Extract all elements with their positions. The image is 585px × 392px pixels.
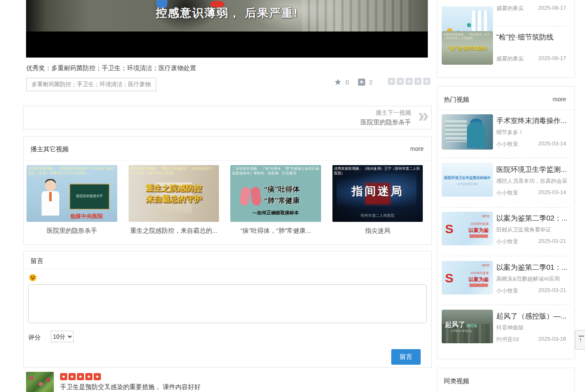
thumb-bottom-text: 郑州市第二人民医院 xyxy=(332,213,423,218)
thumb-main-text: 医院环境卫生学监测采样操作 xyxy=(442,176,493,181)
hot-video-date: 2025-03-21 xyxy=(538,287,567,293)
thumb-bottom-text: —如何正确留取痰标本 xyxy=(230,210,321,216)
sif-logo-s: S xyxy=(445,271,453,285)
next-chevron-icon[interactable]: » xyxy=(418,104,429,126)
hot-video-thumbnail[interactable]: 起风了 感控版 CRBSI零容忍 xyxy=(442,310,493,343)
recent-video-author[interactable]: 盛夏的果实 xyxy=(496,55,524,63)
hot-video-thumbnail[interactable]: S SIF控 2025系列直播 以案为鉴 xyxy=(442,212,493,245)
other-video-thumbnail[interactable]: 优秀奖获奖视频：《指尖迷局》王宁（郑州市第二人民医院） 指间迷局 郑州市第二人民… xyxy=(332,165,423,222)
thumb-sub-text: CRBSI零容忍 xyxy=(451,329,472,333)
hot-video-title[interactable]: 以案为鉴第二季01：... xyxy=(496,263,574,272)
other-video-thumbnail[interactable]: 优秀奖获奖视频：《医院里的隐形杀手》辛佳梅（焦作煤业（集团）有限责任公司中央医院… xyxy=(26,165,117,222)
other-video-thumbnail[interactable]: 优秀奖获奖视频：《重生之院感防控，来自霸总的守护》邹琳（遂宁市中心医院） 重生之… xyxy=(129,165,219,222)
divider xyxy=(442,158,570,158)
other-video-caption[interactable]: “痰”吐得体，“肺”常健康... xyxy=(230,227,321,235)
thumb-main-text: 起风了 xyxy=(445,321,465,329)
cartoon-doctor-tie xyxy=(49,192,52,201)
emoji-icon[interactable] xyxy=(29,274,37,282)
rating-star-icon[interactable] xyxy=(414,78,422,85)
thumb-bottom-text: 焦煤中央医院 xyxy=(56,213,117,220)
submit-comment-button[interactable]: 留言 xyxy=(391,349,421,365)
rating-star-icon[interactable] xyxy=(397,78,404,85)
recent-videos-box: 盛夏的果实 2025-08-17 优秀奖获奖视频：《指尖迷局》王宁（郑州市第二人… xyxy=(437,0,575,78)
rating-select[interactable]: 10分 xyxy=(51,331,74,342)
blackboard: 医院里的隐形杀手 xyxy=(69,184,110,210)
hot-video-author[interactable]: 小小牧童 xyxy=(496,189,518,197)
hot-video-title[interactable]: 手术室终末消毒操作... xyxy=(496,116,574,126)
rating-star-icon[interactable] xyxy=(388,78,395,85)
other-video-thumbnail[interactable]: 二等奖获奖视频：《“痰”吐得体，“肺”常健康之如何正确留取痰标本》李秋玲、程依琳… xyxy=(230,165,321,222)
thumb-top-text: 优秀奖获奖视频：《重生之院感防控，来自霸总的守护》邹琳（遂宁市中心医院） xyxy=(130,166,217,176)
video-player[interactable]: 控感意识薄弱， 后果严重! xyxy=(26,0,428,58)
other-videos-more-link[interactable]: more xyxy=(410,145,424,152)
hot-video-date: 2025-03-14 xyxy=(538,189,567,195)
similar-videos-title: 同类视频 xyxy=(444,377,469,385)
play-count: 2 xyxy=(369,79,372,86)
recent-video-author[interactable]: 盛夏的果实 xyxy=(496,5,524,12)
rating-star-icon[interactable] xyxy=(423,78,430,85)
commenter-avatar[interactable] xyxy=(26,372,54,392)
hot-video-date: 2025-03-16 xyxy=(538,336,567,342)
hot-video-date: 2025-03-14 xyxy=(538,140,567,147)
thumb-sub-text: 采样流程规范讲解 xyxy=(442,182,493,186)
thumb-sub-text: 感控版 xyxy=(466,323,477,329)
hot-video-author[interactable]: 小小牧童 xyxy=(496,238,518,245)
comment-input[interactable] xyxy=(28,284,427,323)
recent-video-date: 2025-08-17 xyxy=(538,55,567,61)
nurse-shape xyxy=(467,122,485,148)
hot-video-thumbnail[interactable]: S SIF控 2025系列直播 以案为鉴 xyxy=(442,261,493,295)
divider xyxy=(442,207,570,208)
thumb-main-text: 重生之院感防控 来自霸总的守护 xyxy=(129,183,219,205)
hot-video-author[interactable]: 约书亚03 xyxy=(496,336,519,343)
comment-star-icon xyxy=(85,373,92,380)
red-bar-shape xyxy=(469,234,488,238)
comment-star-icon xyxy=(77,373,84,380)
video-frame: 控感意识薄弱， 后果严重! xyxy=(26,0,428,32)
thumb-main-text: 指间迷局 xyxy=(332,184,423,199)
video-stats: ★ 0 2 xyxy=(328,78,431,88)
rating-stars[interactable] xyxy=(388,78,430,85)
comment-rating-stars xyxy=(60,373,101,380)
other-video-caption[interactable]: 指尖迷局 xyxy=(332,227,423,235)
rating-star-icon[interactable] xyxy=(406,78,413,85)
hot-video-title[interactable]: 以案为鉴第二季02：... xyxy=(496,213,574,223)
recent-video-title[interactable]: “检”控·细节筑防线 xyxy=(496,32,574,42)
hot-videos-box: 热门视频 more 手术室终末消毒操作... 细节多多！ 小小牧童 2025-0… xyxy=(437,86,575,359)
similar-videos-box: 同类视频 xyxy=(437,368,575,392)
divider xyxy=(24,160,431,160)
back-to-top-button[interactable]: ↑ xyxy=(575,330,585,350)
other-videos-title: 播主其它视频 xyxy=(31,145,69,153)
next-video-box[interactable]: 播主下一视频 医院里的隐形杀手 » xyxy=(23,106,432,129)
thumb-main-text: “检”控·细节筑防线 xyxy=(442,45,493,52)
arrow-up-icon: ↑ xyxy=(579,336,582,344)
favorite-star-icon[interactable]: ★ xyxy=(334,77,342,87)
next-video-label: 播主下一视频 xyxy=(376,109,411,117)
video-subtitle: 控感意识薄弱， 后果严重! xyxy=(26,5,428,21)
play-count-icon xyxy=(358,79,365,86)
comment-star-icon xyxy=(60,373,67,380)
comment-star-icon xyxy=(69,373,76,380)
thumb-line-text: 2025系列直播 xyxy=(470,271,489,275)
comment-item: 手卫生是预防交叉感染的重要措施， 课件内容好好 xyxy=(26,372,432,392)
recent-video-thumbnail[interactable]: 优秀奖获奖视频：《指尖迷局》王宁（郑州市第二人民医院） “检”控·细节筑防线 xyxy=(442,31,493,65)
hot-video-subtitle: 田靓从卫监视角看审证 xyxy=(496,226,576,234)
hot-video-title[interactable]: 起风了（感控版）—... xyxy=(496,311,574,321)
hot-video-author[interactable]: 小小牧童 xyxy=(496,287,518,295)
divider xyxy=(442,26,570,26)
hot-video-thumbnail[interactable] xyxy=(442,114,493,150)
hot-video-title[interactable]: 医院环境卫生学监测... xyxy=(496,165,574,174)
hot-video-author[interactable]: 小小牧童 xyxy=(496,140,518,148)
recent-video-date: 2025-08-17 xyxy=(538,5,567,11)
cartoon-doctor-head xyxy=(45,180,56,191)
thumb-line-text: 2025系列直播 xyxy=(470,222,489,226)
hot-videos-more-link[interactable]: more xyxy=(553,96,566,103)
other-video-caption[interactable]: 重生之院感防控，来自霸总的... xyxy=(129,227,219,235)
hot-video-thumbnail[interactable]: 医院环境卫生学监测采样操作 采样流程规范讲解 xyxy=(442,163,493,197)
next-video-title[interactable]: 医院里的隐形杀手 xyxy=(361,118,411,126)
hot-video-subtitle: 细节多多！ xyxy=(496,129,576,136)
other-video-caption[interactable]: 医院里的隐形杀手 xyxy=(26,227,117,235)
thumb-top-text: 优秀奖获奖视频：《医院里的隐形杀手》辛佳梅（焦作煤业（集团）有限责任公司中央医院… xyxy=(28,166,116,176)
video-tag[interactable]: 多重耐药菌防控；手卫生；环境清洁；医疗废物 xyxy=(26,78,156,91)
other-videos-card: 播主其它视频 more 优秀奖获奖视频：《医院里的隐形杀手》辛佳梅（焦作煤业（集… xyxy=(23,137,432,245)
hot-videos-title: 热门视频 xyxy=(444,96,469,104)
